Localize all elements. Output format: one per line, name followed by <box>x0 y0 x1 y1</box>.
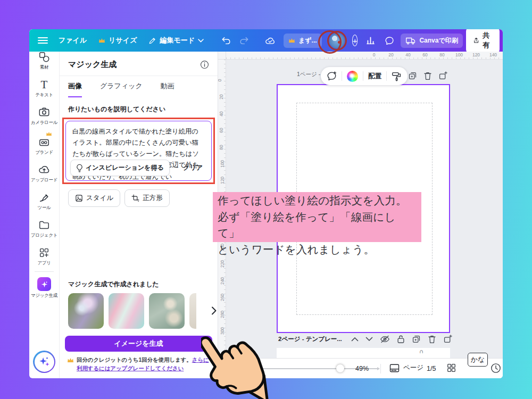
duplicate-page-icon[interactable] <box>408 71 417 80</box>
page2-content-glyph: ∩ <box>419 348 423 354</box>
ruler-tick-label: 100 <box>455 52 463 57</box>
trash-icon[interactable] <box>428 335 436 344</box>
color-wheel-icon[interactable] <box>347 71 358 82</box>
generated-thumbnail[interactable] <box>109 293 144 329</box>
sidebar-item-magic-media[interactable]: マジック生成 <box>29 273 59 303</box>
add-page-icon[interactable] <box>438 71 447 80</box>
ruler-tick-label: 60 <box>219 128 224 132</box>
prompt-label: 作りたいものを説明してください <box>68 105 209 114</box>
annotation-line: というワードを入れましょう。 <box>218 242 417 258</box>
sidebar-item-elements[interactable]: 素材 <box>29 52 59 74</box>
tab-graphic[interactable]: グラフィック <box>100 76 143 97</box>
thumbnails-next-button[interactable] <box>211 306 217 315</box>
prompt-textarea[interactable]: 白黒の線画スタイルで描かれた塗り絵用のイラスト。部屋の中にたくさんの可愛い猫たち… <box>65 121 212 181</box>
ruler-tick-label: 20 <box>388 52 393 57</box>
pages-button[interactable]: ページ <box>389 363 423 372</box>
sidebar-item-projects[interactable]: プロジェクト <box>29 215 59 243</box>
sparkle-icon <box>38 356 50 368</box>
shapes-icon <box>38 52 50 63</box>
avatar[interactable] <box>329 33 345 48</box>
ruler-tick-label: 300 <box>220 327 225 335</box>
prompt-annotation-box: 白黒の線画スタイルで描かれた塗り絵用のイラスト。部屋の中にたくさんの可愛い猫たち… <box>62 118 215 184</box>
hide-page-icon[interactable] <box>380 335 390 343</box>
crown-icon <box>67 358 74 363</box>
truck-icon <box>405 37 416 45</box>
generated-thumbnail[interactable] <box>68 293 104 329</box>
hamburger-icon <box>38 37 48 44</box>
generate-image-button[interactable]: イメージを生成 <box>65 336 212 352</box>
tab-image[interactable]: 画像 <box>68 76 82 97</box>
brand-kit-icon <box>38 136 50 148</box>
status-bar: 49% ページ 1/5 <box>218 358 503 378</box>
tab-video[interactable]: 動画 <box>161 76 174 97</box>
help-button[interactable] <box>491 363 501 373</box>
sidebar-item-apps[interactable]: アプリ <box>29 243 59 270</box>
redo-button[interactable] <box>237 36 252 45</box>
panel-title: マジック生成 <box>68 60 117 70</box>
edit-mode-menu[interactable]: 編集モード <box>144 36 208 45</box>
page-count: 1/5 <box>427 365 436 372</box>
paint-roller-icon[interactable] <box>392 71 402 81</box>
ruler-tick-label: 120 <box>472 52 480 57</box>
page2-label[interactable]: 2ページ - テンプレー... <box>278 335 342 343</box>
arrange-button[interactable]: 配置 <box>368 72 381 81</box>
generated-thumbnail[interactable] <box>149 293 185 329</box>
page1-actions <box>408 71 447 80</box>
toolbar-divider <box>342 71 342 81</box>
share-button[interactable]: 共有 <box>466 29 500 54</box>
created-section-label: マジック生成で作成されました <box>68 272 209 289</box>
add-page-icon[interactable] <box>443 335 452 344</box>
inspiration-button[interactable]: インスピレーションを得る <box>70 160 170 176</box>
topbar: ファイル リサイズ 編集モード まず... <box>29 29 503 52</box>
info-icon[interactable] <box>200 60 209 69</box>
insights-button[interactable] <box>363 36 378 45</box>
redo-icon <box>239 36 249 45</box>
comments-button[interactable] <box>381 36 397 45</box>
toolbar-divider <box>363 71 363 81</box>
style-button[interactable]: スタイル <box>68 189 120 207</box>
credits-text: 回分のクレジットのうち1回分を使用します。 <box>77 357 192 363</box>
ruler-corner <box>218 52 226 60</box>
zoom-slider-handle[interactable] <box>336 364 344 372</box>
pages-panel-icon <box>389 364 400 372</box>
ruler-tick-label: 120 <box>220 177 225 184</box>
grid-view-icon <box>447 363 456 372</box>
grid-view-button[interactable] <box>447 363 456 372</box>
undo-button[interactable] <box>219 36 234 45</box>
print-button[interactable]: Canvaで印刷 <box>401 34 462 48</box>
crown-icon <box>288 38 295 43</box>
sidebar-item-camera-roll[interactable]: カメラロール <box>29 102 59 130</box>
duplicate-page-icon[interactable] <box>412 335 421 344</box>
ruler-tick-label: 140 <box>489 52 497 57</box>
add-comment-icon[interactable] <box>327 71 337 81</box>
ruler-tick-label: 240 <box>220 277 225 285</box>
generated-thumbnail[interactable] <box>189 293 196 329</box>
trash-icon[interactable] <box>423 71 432 80</box>
clear-button[interactable]: クリア <box>180 161 206 174</box>
cloud-check-icon <box>265 36 276 45</box>
file-menu[interactable]: ファイル <box>54 36 91 45</box>
sidebar: 素材 T テキスト カメラロール ブランド アップロード <box>29 52 60 378</box>
aspect-ratio-button[interactable]: 正方形 <box>124 189 170 207</box>
sidebar-item-text[interactable]: T テキスト <box>29 74 59 102</box>
cloud-save-status[interactable] <box>262 36 278 45</box>
move-down-icon[interactable] <box>365 337 373 342</box>
annotation-line: 作ってほしい塗り絵の指示文を入力。 <box>218 193 417 209</box>
crop-icon <box>131 194 139 202</box>
page-toolbar: 配置 <box>321 67 408 85</box>
sidebar-item-brand[interactable]: ブランド <box>29 130 59 160</box>
zoom-percentage[interactable]: 49% <box>355 365 369 372</box>
main-menu-button[interactable] <box>35 37 51 44</box>
annotation-line: 必ず「塗り絵を作って」「線画にして」 <box>218 209 417 242</box>
add-member-button[interactable]: + <box>352 35 358 46</box>
lock-icon[interactable] <box>397 335 405 344</box>
trial-button[interactable]: まず... <box>284 34 322 48</box>
ai-assistant-button[interactable] <box>33 351 55 373</box>
sidebar-item-tools[interactable]: ツール <box>29 187 59 215</box>
move-up-icon[interactable] <box>351 337 359 342</box>
resize-menu[interactable]: リサイズ <box>94 36 141 45</box>
clock-icon <box>491 363 501 373</box>
chevron-right-icon <box>211 306 217 315</box>
chevron-down-icon <box>198 39 204 43</box>
sidebar-item-uploads[interactable]: アップロード <box>29 160 59 187</box>
